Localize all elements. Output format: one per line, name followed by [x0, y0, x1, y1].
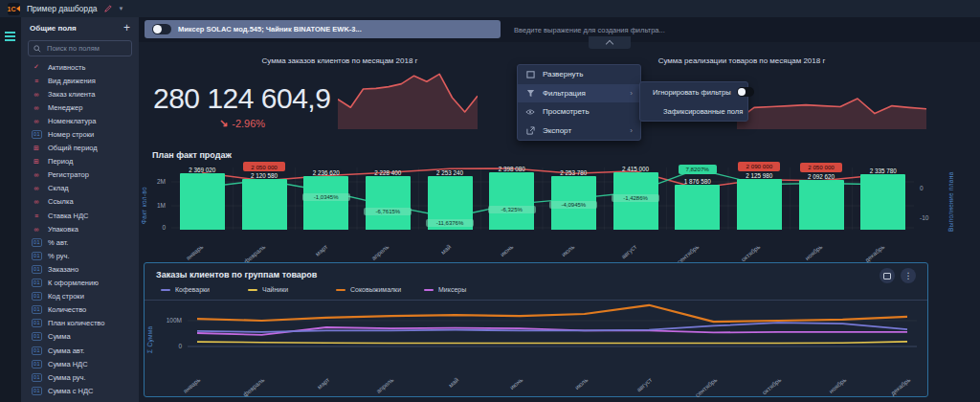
- sidebar-item-Ссылка[interactable]: ∞Ссылка: [21, 195, 139, 209]
- planfact-bar-value: 2 120 580: [234, 172, 295, 179]
- add-field-button[interactable]: +: [123, 23, 130, 33]
- sidebar-item-Склад[interactable]: ∞Склад: [21, 182, 139, 195]
- sidebar-item-label: Сумма НДС: [48, 360, 88, 368]
- sidebar-item-Заказано[interactable]: 01Заказано: [21, 262, 139, 276]
- planfact-bar-апрель: [366, 176, 411, 230]
- fields-sidebar: Общие поля + ✓Активность≡Вид движения∞За…: [21, 17, 139, 402]
- planfact-bar-value: 1 876 580: [667, 178, 728, 185]
- sidebar-item-Сумма НДС[interactable]: 01Сумма НДС: [21, 357, 139, 370]
- legend-item-Миксеры[interactable]: Миксеры: [424, 286, 466, 293]
- sidebar-item-label: % руч.: [48, 252, 70, 260]
- legend-label: Кофеварки: [175, 286, 210, 293]
- sidebar-item-Период[interactable]: ⊞Период: [21, 155, 139, 168]
- field-search[interactable]: [28, 40, 132, 56]
- logo-text: 1С: [8, 6, 16, 12]
- sidebar-item-Менеджер[interactable]: ∞Менеджер: [21, 100, 139, 114]
- sidebar-item-label: Ссылка: [48, 197, 74, 206]
- submenu-item-ignore-filters[interactable]: Игнорировать фильтры: [640, 82, 747, 101]
- num-icon: 01: [32, 373, 42, 382]
- sidebar-item-К оформлению[interactable]: 01К оформлению: [21, 277, 139, 290]
- planfact-bar-ноябрь: [799, 180, 844, 230]
- legend-item-Соковыжималки[interactable]: Соковыжималки: [336, 286, 401, 293]
- legend-item-Чайники[interactable]: Чайники: [248, 286, 288, 293]
- app-logo-1c[interactable]: 1С: [8, 3, 20, 15]
- orders-y-axis-label: Σ Сумма: [146, 319, 153, 353]
- orders-area-chart: [338, 72, 478, 129]
- link-icon: ∞: [31, 198, 42, 205]
- sidebar-item-Сумма[interactable]: 01Сумма: [21, 330, 139, 344]
- orders-x-labels: январьфевральмартапрельмайиюньиюльавгуст…: [188, 370, 917, 397]
- sidebar-item-label: Количество: [48, 305, 86, 314]
- sidebar-item-label: Сумма руч.: [48, 373, 85, 382]
- sidebar-item-План количество[interactable]: 01План количество: [21, 317, 139, 330]
- sidebar-item-label: Склад: [48, 184, 69, 192]
- filter-chip-toggle[interactable]: [152, 24, 171, 34]
- sidebar-item-% авт.[interactable]: 01% авт.: [21, 235, 139, 249]
- filter-chip[interactable]: Миксер SOLAC мод.545; Чайник BINATONE EW…: [145, 20, 501, 38]
- ignore-filters-toggle[interactable]: [737, 87, 754, 97]
- planfact-y-axis-label: Факт кол-во: [141, 170, 147, 224]
- filter-bar: Миксер SOLAC мод.545; Чайник BINATONE EW…: [139, 17, 980, 42]
- kpi-delta: ↘ -2.96%: [219, 117, 265, 129]
- panel-menu-button[interactable]: ⋮: [901, 268, 916, 283]
- x-axis-label: август: [616, 376, 653, 402]
- link-icon: ∞: [31, 104, 42, 111]
- sidebar-field-list: ✓Активность≡Вид движения∞Заказ клиента∞М…: [21, 60, 139, 397]
- sidebar-item-Количество[interactable]: 01Количество: [21, 303, 139, 317]
- legend-label: Миксеры: [438, 286, 466, 293]
- x-axis-label: март: [294, 376, 330, 402]
- title-caret-icon[interactable]: ▼: [119, 6, 124, 11]
- menu-item-export[interactable]: Экспорт ›: [518, 122, 640, 141]
- sidebar-item-Упаковка[interactable]: ∞Упаковка: [21, 222, 139, 235]
- sidebar-item-Заказ клиента[interactable]: ∞Заказ клиента: [21, 87, 139, 100]
- field-list-icon[interactable]: [5, 32, 15, 34]
- expand-panel-button[interactable]: [880, 268, 895, 283]
- x-axis-label: май: [423, 376, 459, 402]
- sidebar-item-Общий период[interactable]: ⊞Общий период: [21, 142, 139, 155]
- sidebar-item-Код строки[interactable]: 01Код строки: [21, 290, 139, 303]
- sidebar-item-label: Сумма: [48, 332, 71, 341]
- collapse-filters-button[interactable]: [589, 36, 631, 49]
- sidebar-item-Вид движения[interactable]: ≡Вид движения: [21, 74, 139, 87]
- menu-item-filtering[interactable]: Фильтрация ›: [518, 84, 640, 103]
- menu-item-view[interactable]: Просмотреть: [518, 102, 640, 122]
- chevron-right-icon: ›: [630, 126, 633, 135]
- sidebar-item-Регистратор[interactable]: ∞Регистратор: [21, 168, 139, 182]
- expand-icon: [525, 70, 535, 78]
- planfact-bar-value: 2 228 400: [357, 169, 418, 176]
- filter-chip-label: Миксер SOLAC мод.545; Чайник BINATONE EW…: [178, 25, 362, 34]
- sidebar-item-label: Вид движения: [48, 77, 96, 85]
- sidebar-item-label: Активность: [48, 63, 85, 72]
- submenu-item-fixed-fields[interactable]: Зафиксированные поля: [640, 101, 747, 121]
- filter-submenu: Игнорировать фильтры Зафиксированные пол…: [639, 81, 748, 122]
- filter-icon: [525, 89, 535, 98]
- planfact-y2tick: 0: [920, 185, 935, 191]
- legend-item-Кофеварки[interactable]: Кофеварки: [161, 286, 210, 293]
- filter-expression-input[interactable]: [512, 20, 966, 40]
- orders-panel-title: Заказы клиентов по группам товаров: [156, 270, 317, 279]
- sidebar-item-label: К оформлению: [48, 279, 99, 287]
- x-axis-label: февраль: [230, 376, 266, 402]
- sidebar-item-Активность[interactable]: ✓Активность: [21, 60, 139, 74]
- sidebar-item-label: % авт.: [48, 238, 68, 247]
- sidebar-item-Сумма с НДС[interactable]: 01Сумма с НДС: [21, 384, 139, 397]
- x-axis-label: ноябрь: [811, 376, 847, 402]
- legend-swatch: [248, 289, 257, 291]
- sidebar-item-Сумма руч.[interactable]: 01Сумма руч.: [21, 370, 139, 384]
- sidebar-item-Номенклатура[interactable]: ∞Номенклатура: [21, 114, 139, 127]
- x-axis-label: июнь: [488, 376, 524, 402]
- planfact-bar-июнь: [489, 172, 534, 230]
- logo-triangle-icon: [16, 6, 20, 11]
- sidebar-item-Ставка НДС[interactable]: ≡Ставка НДС: [21, 209, 139, 222]
- sidebar-item-Сумма авт.[interactable]: 01Сумма авт.: [21, 344, 139, 357]
- plan-deviation-label: -11,6376%: [426, 219, 474, 227]
- x-axis-label: апрель: [359, 376, 395, 402]
- edit-title-icon[interactable]: [104, 5, 112, 12]
- menu-item-expand[interactable]: Развернуть: [518, 65, 640, 84]
- plan-badge: 2 050 000: [243, 162, 285, 171]
- sidebar-item-Номер строки[interactable]: 01Номер строки: [21, 127, 139, 141]
- search-input[interactable]: [45, 43, 126, 54]
- planfact-bar-value: 2 335 780: [853, 168, 914, 174]
- sidebar-item-% руч.[interactable]: 01% руч.: [21, 249, 139, 262]
- orders-panel: Заказы клиентов по группам товаров ⋮ Коф…: [144, 262, 928, 397]
